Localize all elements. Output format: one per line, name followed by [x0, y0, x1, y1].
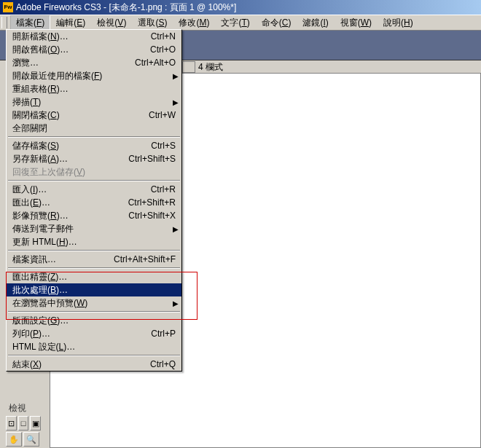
menu-item-label: 版面設定(G)… [12, 315, 176, 327]
palette-tool[interactable]: ▣ [30, 416, 41, 431]
menu-item[interactable]: 匯出(E)…Ctrl+Shift+R [7, 196, 181, 209]
menu-item-label: 結束(X) [12, 358, 143, 371]
menu-I[interactable]: 濾鏡(I) [297, 15, 334, 31]
menu-V[interactable]: 檢視(V) [91, 15, 132, 31]
tool-palette: 檢視 ⊡□▣ ✋🔍 [6, 401, 42, 448]
menu-item[interactable]: 關閉檔案(C)Ctrl+W [7, 109, 181, 122]
menu-item[interactable]: 結束(X)Ctrl+Q [7, 358, 181, 371]
submenu-arrow-icon: ▶ [173, 299, 179, 307]
menu-item: 回復至上次儲存(V) [7, 165, 181, 178]
file-menu: 開新檔案(N)…Ctrl+N開啟舊檔(O)…Ctrl+O瀏覽…Ctrl+Alt+… [6, 29, 182, 372]
menu-separator [8, 311, 180, 313]
menu-item-label: 掃描(T) [12, 96, 176, 109]
menu-M[interactable]: 修改(M) [173, 15, 215, 31]
menu-item[interactable]: 列印(P)…Ctrl+P [7, 327, 181, 340]
menu-item[interactable]: 檔案資訊…Ctrl+Alt+Shift+F [7, 253, 181, 266]
menu-item-label: HTML 設定(L)… [12, 341, 176, 353]
palette-tool[interactable]: □ [18, 416, 29, 431]
palette-tool[interactable]: ⊡ [6, 416, 17, 431]
menu-item-label: 重組表格(R)… [12, 83, 176, 95]
menu-item-label: 影像預覽(R)… [12, 210, 121, 222]
menu-item-shortcut: Ctrl+O [150, 44, 176, 55]
menu-item-label: 批次處理(B)… [12, 284, 176, 296]
menu-item-label: 關閉檔案(C) [12, 109, 141, 122]
menu-item-shortcut: Ctrl+Alt+O [135, 58, 176, 68]
layout-icon[interactable] [182, 61, 195, 73]
menu-item-label: 傳送到電子郵件 [12, 223, 176, 235]
menu-item[interactable]: 儲存檔案(S)Ctrl+S [7, 139, 181, 152]
submenu-arrow-icon: ▶ [173, 98, 179, 106]
menubar-grip[interactable] [1, 17, 7, 28]
menu-item[interactable]: 開啟舊檔(O)…Ctrl+O [7, 43, 181, 56]
menu-item-label: 列印(P)… [12, 328, 144, 340]
menu-S[interactable]: 選取(S) [132, 15, 173, 31]
menu-separator [8, 180, 180, 181]
menu-item-shortcut: Ctrl+Shift+R [128, 197, 176, 208]
menu-item-label: 開啟舊檔(O)… [12, 44, 143, 56]
menu-item[interactable]: 全部關閉 [7, 122, 181, 135]
menu-item-shortcut: Ctrl+Shift+X [128, 211, 176, 221]
menu-H[interactable]: 說明(H) [378, 15, 419, 31]
menu-separator [8, 267, 180, 269]
menu-item[interactable]: 開新檔案(N)…Ctrl+N [7, 30, 181, 43]
menu-item[interactable]: 版面設定(G)… [7, 314, 181, 327]
palette-tool[interactable]: ✋ [6, 432, 22, 447]
menu-item-shortcut: Ctrl+S [151, 141, 176, 151]
menu-item[interactable]: 開啟最近使用的檔案(F)▶ [7, 69, 181, 82]
menu-item-label: 開啟最近使用的檔案(F) [12, 70, 176, 82]
menu-separator [8, 355, 180, 356]
palette-tool[interactable]: 🔍 [23, 432, 39, 447]
menu-item-label: 匯出(E)… [12, 197, 121, 209]
menu-item-shortcut: Ctrl+Q [150, 359, 176, 369]
menu-item[interactable]: 另存新檔(A)…Ctrl+Shift+S [7, 152, 181, 165]
menu-item-label: 回復至上次儲存(V) [12, 166, 176, 178]
palette-title: 檢視 [6, 401, 42, 416]
menu-item-label: 匯入(I)… [12, 184, 144, 196]
layout-label: 4 欄式 [198, 61, 223, 74]
menu-item-label: 在瀏覽器中預覽(W) [12, 297, 176, 310]
menu-E[interactable]: 編輯(E) [50, 15, 91, 31]
menu-item-label: 檔案資訊… [12, 254, 106, 266]
menu-item[interactable]: 匯出精靈(Z)… [7, 270, 181, 283]
titlebar: Fw Adobe Fireworks CS3 - [未命名-1.png : 頁面… [0, 0, 481, 15]
menu-item-label: 更新 HTML(H)… [12, 236, 176, 248]
menu-separator [8, 250, 180, 251]
menu-W[interactable]: 視窗(W) [335, 15, 378, 31]
menu-F[interactable]: 檔案(F) [10, 15, 50, 31]
menu-item-shortcut: Ctrl+P [151, 329, 176, 339]
menu-item-label: 儲存檔案(S) [12, 140, 144, 152]
menu-item-shortcut: Ctrl+Shift+S [128, 154, 176, 164]
window-title: Adobe Fireworks CS3 - [未命名-1.png : 頁面 1 … [16, 1, 236, 14]
app-icon: Fw [3, 2, 13, 12]
submenu-arrow-icon: ▶ [173, 72, 179, 80]
menu-item-shortcut: Ctrl+N [151, 31, 176, 42]
menu-T[interactable]: 文字(T) [215, 15, 255, 31]
menu-item[interactable]: 匯入(I)…Ctrl+R [7, 183, 181, 196]
menu-item-label: 另存新檔(A)… [12, 153, 121, 165]
menu-item[interactable]: 重組表格(R)… [7, 82, 181, 95]
submenu-arrow-icon: ▶ [173, 225, 179, 233]
menu-item[interactable]: 批次處理(B)… [7, 283, 181, 296]
menu-item[interactable]: 瀏覽…Ctrl+Alt+O [7, 56, 181, 69]
menu-item-label: 開新檔案(N)… [12, 31, 144, 43]
menu-separator [8, 136, 180, 138]
menu-item-shortcut: Ctrl+R [151, 184, 176, 194]
menu-item-label: 瀏覽… [12, 57, 128, 69]
app-window: Fw Adobe Fireworks CS3 - [未命名-1.png : 頁面… [0, 0, 481, 448]
menu-item[interactable]: 傳送到電子郵件▶ [7, 222, 181, 235]
menu-item[interactable]: HTML 設定(L)… [7, 340, 181, 353]
menu-item[interactable]: 在瀏覽器中預覽(W)▶ [7, 296, 181, 310]
menu-item-label: 全部關閉 [12, 122, 176, 135]
menubar: 檔案(F)編輯(E)檢視(V)選取(S)修改(M)文字(T)命令(C)濾鏡(I)… [0, 15, 481, 31]
menu-item-shortcut: Ctrl+Alt+Shift+F [114, 254, 176, 264]
menu-item-label: 匯出精靈(Z)… [12, 271, 176, 283]
menu-item[interactable]: 掃描(T)▶ [7, 95, 181, 109]
menu-item[interactable]: 影像預覽(R)…Ctrl+Shift+X [7, 209, 181, 222]
menu-C[interactable]: 命令(C) [256, 15, 297, 31]
menu-item[interactable]: 更新 HTML(H)… [7, 235, 181, 248]
menu-item-shortcut: Ctrl+W [149, 110, 176, 120]
